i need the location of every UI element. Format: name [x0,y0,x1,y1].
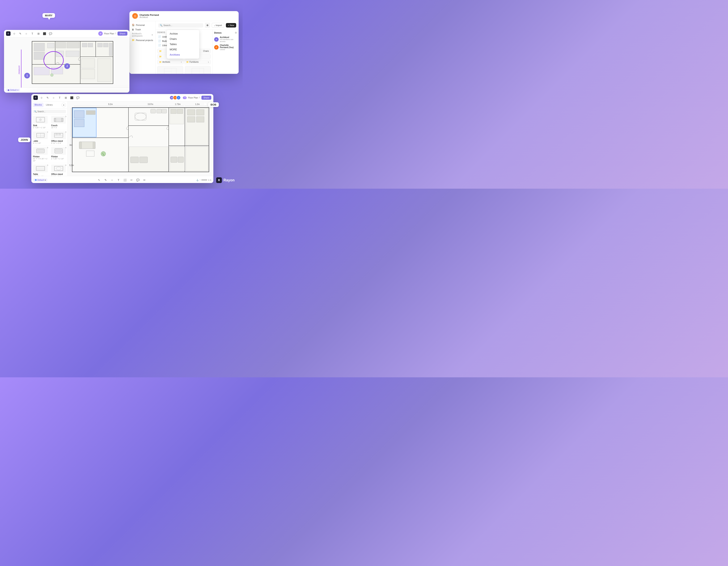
floor-plan-svg-2nd [163,67,177,74]
right-panel: Demos ⚙ A Archikool All members can acce… [212,30,239,74]
editor-tool-5[interactable]: ⊞ [63,95,68,100]
archive-menu-archive[interactable]: Archive [167,31,199,36]
fp-share-button[interactable]: Share [117,32,127,36]
dim-label-1: 9.2m [108,103,113,105]
tab-library[interactable]: Library [44,103,54,107]
officestand1-svg [54,132,64,139]
fp-tool-draw[interactable]: ✎ [18,31,23,36]
block-couch[interactable]: 0 Couch 14' × 2' [50,115,68,130]
archive-menu-chairs[interactable]: Chairs [167,36,199,42]
panel-search-box[interactable]: 🔍 [33,110,66,113]
bottom-tool-pen[interactable]: ✎ [103,177,108,183]
folder-icon-tables: 📁 [159,55,162,58]
file-icon-0: 📄 [158,35,161,38]
block-size-table-1: 4' × 1' 15" [33,142,48,144]
personal-icon: 🏠 [132,24,135,26]
archive-menu-archives[interactable]: Archives [167,52,199,57]
bottom-tool-shape[interactable]: ○ [109,177,115,183]
archive-menu-chairs-label: Chairs [170,38,177,40]
layer-chevron: ▾ [17,89,18,91]
search-bar[interactable]: 🔍 [158,23,203,28]
measure-text: measure [18,66,20,74]
block-name-table-2: Table [33,173,48,175]
editor-tool-4[interactable]: T [57,95,62,100]
block-size-office-stand-1: 5' 11" × 2' 6" [51,142,66,144]
import-button[interactable]: ↓ Import [212,23,224,28]
fp-help-icon[interactable]: ? [115,32,116,35]
filter-button[interactable]: ⚙ [205,23,210,28]
editor-help-icon[interactable]: ? [199,96,200,99]
folder-name-archives: Archives [162,61,170,63]
member-role-archikool: All members can access [220,38,237,42]
bottom-tool-select[interactable]: ↖ [96,177,102,183]
block-sink[interactable]: Sink 1' 7.25" × 1' 10" [31,115,49,130]
user-name: Charlotte Perriand [140,14,236,16]
fp-tool-comment[interactable]: 💬 [48,31,53,36]
archive-menu-more[interactable]: MORE [167,47,199,52]
dim-label-4: 1.2m [195,103,200,105]
fp-tool-select[interactable]: ⊹ [12,31,17,36]
couch-svg [54,116,64,123]
layer-badge-editor[interactable]: Default ▾ [33,179,47,182]
tab-blocks[interactable]: Blocks [33,103,43,107]
team-settings-icon[interactable]: ⚙ [235,31,237,34]
bottom-tool-rect[interactable]: ⬜ [122,177,128,183]
editor-share-button[interactable]: Share [201,96,211,100]
dashboard-toolbar: 🔍 ⚙ ↓ Import + New [156,21,239,30]
floor-card-2nd[interactable]: 2nd floor Edited 7 hours ago [157,66,183,74]
editor-toolbar: R ⊹ ✎ ○ T ⊞ ⬛ 💬 M C J +3 Floor Plan ? Sh… [31,94,213,102]
layer-badge-top[interactable]: Default ▾ [6,89,20,92]
folder-archives[interactable]: 📁 Archives 1 [157,60,184,64]
block-count-flintan-2: 4 [65,147,66,149]
dim-label-3: 1.73m [175,103,181,105]
editor-tool-6[interactable]: ⬛ [69,95,74,100]
bottom-tool-text[interactable]: T [116,177,121,183]
archive-menu-archive-label: Archive [170,32,178,35]
editor-tool-3[interactable]: ○ [51,95,56,100]
editor-tool-7[interactable]: 💬 [75,95,80,100]
folder-furnitures[interactable]: 📁 Furnitures 1 [184,60,211,64]
editor-floor-plan-svg [68,102,213,176]
trash-icon: 🗑 [132,28,134,31]
layer-label-editor: Default [37,179,44,181]
new-button[interactable]: + New [226,23,236,28]
sidebar-personal-projects[interactable]: 📁 Personal projects [129,38,156,42]
editor-canvas[interactable]: 9.2m 3.67m 1.73m 1.2m 3m 5.2m [68,102,213,176]
block-flintan-1[interactable]: 0 Flintan 31' 7" × 5' 25" × 1' 10" [31,146,49,163]
bottom-tool-edit[interactable]: ✂ [129,177,134,183]
archive-menu-tables[interactable]: Tables [167,42,199,47]
panel-add-button[interactable]: + [61,103,66,107]
collab-count: +3 [183,96,187,99]
block-flintan-2[interactable]: 4 Flintan 1' 7.25" × 1' 10" [50,146,68,163]
fp-tool-blocks[interactable]: ⬛ [42,31,47,36]
fp-tool-text[interactable]: T [30,31,35,36]
svg-rect-73 [171,109,176,114]
fp-tool-table[interactable]: ⊞ [36,31,41,36]
fp-tool-shape[interactable]: ○ [24,31,29,36]
add-workspace-btn[interactable]: + [151,33,153,36]
editor-tool-1[interactable]: ⊹ [39,95,44,100]
archive-menu-tables-label: Tables [170,43,177,46]
block-office-stand-2[interactable]: 0 Office stand 5' 11" × 2' 6" [50,163,68,176]
panel-search-input[interactable] [37,110,65,113]
svg-rect-79 [196,117,204,122]
editor-bottom-bar: Default ▾ ↖ ✎ ○ T ⬜ ✂ 💬 ✏ ⚓ ~ 1 m [31,176,213,183]
block-size-sink: 1' 7.25" × 1' 10" [33,127,48,129]
svg-rect-5 [192,68,204,74]
search-input[interactable] [163,24,202,26]
svg-rect-24 [81,69,95,79]
svg-rect-16 [48,43,54,48]
block-office-stand-1[interactable]: 0 Office stand 5' 11" × 2' 6" [50,130,68,146]
svg-rect-30 [109,43,112,56]
bottom-tool-comment[interactable]: 💬 [135,177,141,183]
sidebar-personal[interactable]: 🏠 Personal [129,23,156,27]
sidebar-trash[interactable]: 🗑 Trash [129,27,156,32]
bottom-tool-pencil[interactable]: ✏ [142,177,147,183]
editor-tool-2[interactable]: ✎ [45,95,50,100]
measure-annotation: measure [18,50,21,88]
projects-label: Personal projects [136,39,153,41]
floor-card-3rd[interactable]: 3rd floor Edited 1 day ago [185,66,211,74]
editor-plan-label: Floor Plan ? [188,96,200,99]
svg-rect-51 [36,166,45,170]
block-table-2[interactable]: 3 Table 4' 7.25" × 13' [31,163,49,176]
